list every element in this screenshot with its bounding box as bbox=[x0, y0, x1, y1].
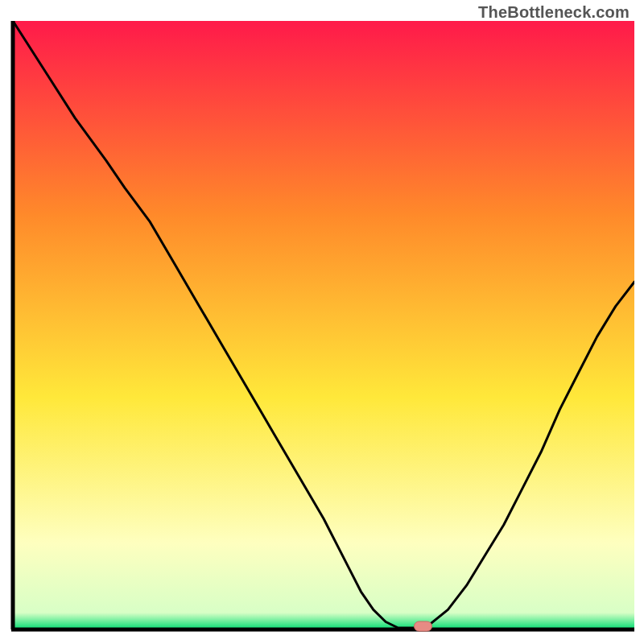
optimal-point-marker bbox=[415, 621, 432, 631]
watermark-text: TheBottleneck.com bbox=[478, 3, 630, 22]
plot-area bbox=[10, 21, 634, 633]
gradient-background bbox=[13, 21, 634, 628]
bottleneck-chart bbox=[10, 21, 634, 633]
chart-frame: TheBottleneck.com bbox=[0, 0, 644, 644]
